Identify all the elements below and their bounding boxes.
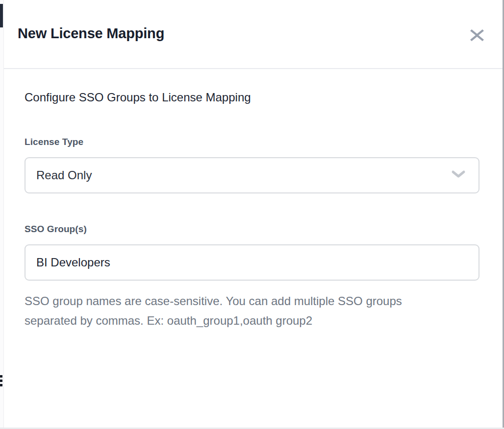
background-page-sliver bbox=[0, 0, 4, 429]
license-type-label: License Type bbox=[25, 137, 482, 147]
sso-groups-label: SSO Group(s) bbox=[25, 224, 482, 235]
modal-header: New License Mapping bbox=[4, 0, 503, 69]
license-type-selected-value: Read Only bbox=[25, 168, 92, 182]
section-heading: Configure SSO Groups to License Mapping bbox=[25, 91, 482, 104]
modal-body: Configure SSO Groups to License Mapping … bbox=[4, 91, 503, 331]
sso-groups-input[interactable] bbox=[25, 244, 479, 281]
chevron-down-icon bbox=[451, 170, 466, 181]
close-icon bbox=[470, 29, 484, 42]
new-license-mapping-modal: New License Mapping Configure SSO Groups… bbox=[4, 0, 503, 429]
page-title: New License Mapping bbox=[18, 25, 164, 42]
background-list-marks-icon bbox=[0, 375, 2, 388]
license-type-select[interactable]: Read Only bbox=[25, 157, 479, 193]
close-button[interactable] bbox=[466, 24, 488, 46]
sso-groups-helper-text: SSO group names are case-sensitive. You … bbox=[25, 291, 456, 331]
background-dark-edge bbox=[0, 4, 3, 27]
